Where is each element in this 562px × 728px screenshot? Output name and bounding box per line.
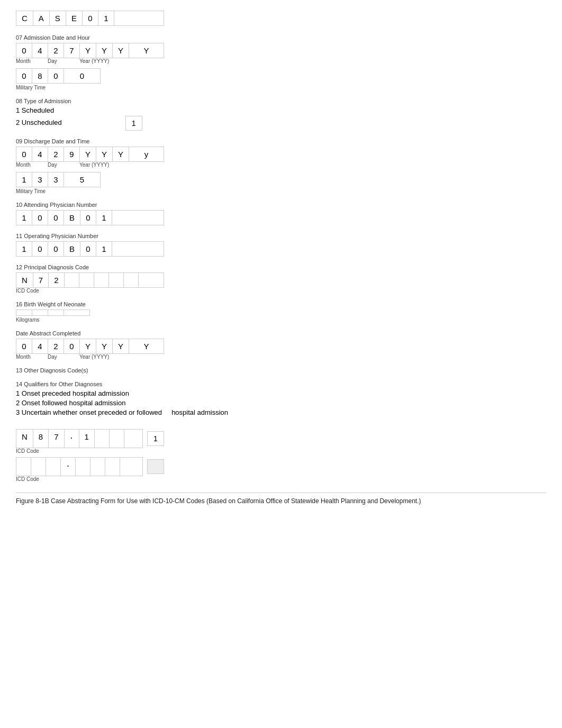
dis-year-3[interactable]: y <box>129 147 164 161</box>
adm-day-1[interactable]: 7 <box>64 43 80 58</box>
dis-time-1[interactable]: 3 <box>32 172 48 187</box>
pd-cell-8[interactable] <box>139 273 164 287</box>
section-12: 12 Principal Diagnosis Code N 7 2 ICD Co… <box>16 264 546 294</box>
discharge-date-grid[interactable]: 0 4 2 9 Y Y Y y <box>16 147 164 162</box>
dis-time-2[interactable]: 3 <box>48 172 64 187</box>
d2-cell-3[interactable] <box>76 458 90 476</box>
pd-cell-4[interactable] <box>79 273 94 287</box>
date-abstract-grid[interactable]: 0 4 2 0 Y Y Y Y <box>16 339 164 354</box>
d2-cell-5[interactable] <box>105 458 120 476</box>
qualifier-line-3: 3 Uncertain whether onset preceded or fo… <box>16 408 546 416</box>
d2-cell-2[interactable] <box>46 458 61 476</box>
adm-year-label: Year (YYYY) <box>79 58 143 64</box>
qualifier-line-1: 1 Onset preceded hospital admission <box>16 389 546 397</box>
dis-day-1[interactable]: 9 <box>64 147 80 161</box>
adm-time-2[interactable]: 0 <box>48 69 64 83</box>
atp-cell-6[interactable] <box>112 211 164 225</box>
pd-cell-3[interactable] <box>65 273 79 287</box>
diag1-qualifier-box[interactable]: 1 <box>147 431 164 446</box>
atp-cell-1[interactable]: 0 <box>32 211 48 225</box>
unscheduled-value-box[interactable]: 1 <box>125 116 142 131</box>
d1-cell-5[interactable] <box>110 430 124 448</box>
da-year-0[interactable]: Y <box>80 339 96 353</box>
da-month-0[interactable]: 0 <box>16 339 32 353</box>
d2-cell-0[interactable] <box>16 458 31 476</box>
atp-cell-5[interactable]: 1 <box>96 211 112 225</box>
opp-cell-3[interactable]: B <box>64 242 80 256</box>
pd-cell-7[interactable] <box>124 273 139 287</box>
d2-cell-6[interactable] <box>120 458 142 476</box>
dis-month-1[interactable]: 4 <box>32 147 48 161</box>
attending-physician-grid[interactable]: 1 0 0 B 0 1 <box>16 210 164 225</box>
d1-cell-3[interactable]: 1 <box>79 430 95 448</box>
dis-time-0[interactable]: 1 <box>16 172 32 187</box>
adm-time-3[interactable]: 0 <box>64 69 100 83</box>
opp-cell-5[interactable]: 1 <box>96 242 112 256</box>
discharge-time-grid[interactable]: 1 3 3 5 <box>16 172 101 187</box>
dis-day-0[interactable]: 2 <box>48 147 64 161</box>
d2-cell-1[interactable] <box>31 458 46 476</box>
date-abstract-label: Date Abstract Completed <box>16 330 546 336</box>
opp-cell-6[interactable] <box>112 242 164 256</box>
dis-year-2[interactable]: Y <box>113 147 129 161</box>
adm-time-1[interactable]: 8 <box>32 69 48 83</box>
kg-cell-2[interactable] <box>48 310 64 315</box>
section-14: 14 Qualifiers for Other Diagnoses 1 Onse… <box>16 381 546 416</box>
dis-time-3[interactable]: 5 <box>64 172 100 187</box>
kg-cell-3[interactable] <box>64 310 89 315</box>
pd-cell-1[interactable]: 7 <box>33 273 49 287</box>
admission-date-grid[interactable]: 0 4 2 7 Y Y Y Y <box>16 43 164 58</box>
adm-year-1[interactable]: Y <box>96 43 113 58</box>
diag2-icd-grid[interactable]: · <box>16 457 143 476</box>
opp-cell-2[interactable]: 0 <box>48 242 64 256</box>
admission-time-grid[interactable]: 0 8 0 0 <box>16 68 101 84</box>
atp-cell-3[interactable]: B <box>64 211 80 225</box>
d1-cell-dot[interactable]: · <box>65 430 79 448</box>
atp-cell-0[interactable]: 1 <box>16 211 32 225</box>
d2-cell-dot[interactable]: · <box>61 458 76 476</box>
date-abstract-sublabels: Month Day Year (YYYY) <box>16 354 164 360</box>
diag1-icd-grid[interactable]: N 8 7 · 1 <box>16 429 143 448</box>
principal-diagnosis-grid[interactable]: N 7 2 <box>16 272 164 288</box>
dis-year-1[interactable]: Y <box>96 147 113 161</box>
pd-cell-0[interactable]: N <box>16 273 33 287</box>
adm-month-1[interactable]: 4 <box>32 43 48 58</box>
d1-cell-0[interactable]: N <box>16 430 33 448</box>
da-day-1[interactable]: 0 <box>64 339 80 353</box>
atp-cell-4[interactable]: 0 <box>80 211 96 225</box>
pd-cell-5[interactable] <box>94 273 109 287</box>
kg-cell-0[interactable] <box>16 310 32 315</box>
case-header: C A S E 0 1 <box>16 11 164 26</box>
section-16: 16 Birth Weight of Neonate Kilograms <box>16 301 546 323</box>
opp-cell-0[interactable]: 1 <box>16 242 32 256</box>
atp-cell-2[interactable]: 0 <box>48 211 64 225</box>
pd-cell-6[interactable] <box>109 273 124 287</box>
da-year-2[interactable]: Y <box>113 339 129 353</box>
d1-cell-2[interactable]: 7 <box>49 430 64 448</box>
adm-day-0[interactable]: 2 <box>48 43 64 58</box>
da-day-0[interactable]: 2 <box>48 339 64 353</box>
adm-time-0[interactable]: 0 <box>16 69 32 83</box>
d1-cell-4[interactable] <box>95 430 110 448</box>
da-year-3[interactable]: Y <box>129 339 164 353</box>
birth-weight-grid[interactable] <box>16 310 90 316</box>
operating-physician-grid[interactable]: 1 0 0 B 0 1 <box>16 241 164 257</box>
dis-month-0[interactable]: 0 <box>16 147 32 161</box>
d2-cell-4[interactable] <box>90 458 105 476</box>
adm-year-3[interactable]: Y <box>129 43 164 58</box>
pd-cell-2[interactable]: 2 <box>49 273 64 287</box>
da-year-1[interactable]: Y <box>96 339 113 353</box>
dis-year-0[interactable]: Y <box>80 147 96 161</box>
adm-month-0[interactable]: 0 <box>16 43 32 58</box>
diag2-qualifier-box[interactable] <box>147 459 164 474</box>
opp-cell-1[interactable]: 0 <box>32 242 48 256</box>
opp-cell-4[interactable]: 0 <box>80 242 96 256</box>
kg-cell-1[interactable] <box>32 310 48 315</box>
adm-year-2[interactable]: Y <box>113 43 129 58</box>
adm-year-0[interactable]: Y <box>80 43 96 58</box>
d1-cell-1[interactable]: 8 <box>33 430 49 448</box>
case-cell-0: 0 <box>83 11 98 25</box>
da-month-1[interactable]: 4 <box>32 339 48 353</box>
section-09: 09 Discharge Date and Time 0 4 2 9 Y Y Y… <box>16 138 546 194</box>
d1-cell-6[interactable] <box>124 430 142 448</box>
